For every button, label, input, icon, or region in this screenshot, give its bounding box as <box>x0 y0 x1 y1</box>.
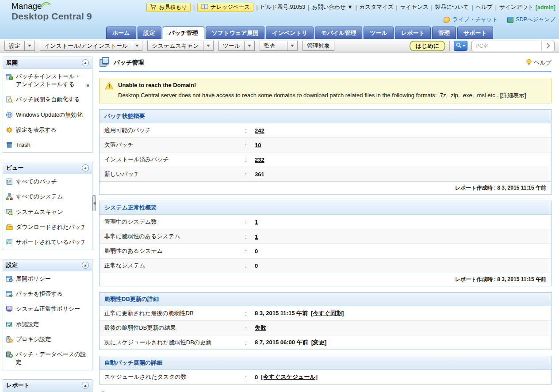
collapse-icon[interactable] <box>82 59 89 66</box>
table-row: 新しいパッチ : 361 <box>100 167 551 181</box>
next-scheduled-db-update: 8 7, 2015 06:00 午前 <box>255 339 308 346</box>
tab-admin[interactable]: 管理 <box>432 27 456 39</box>
sidebar-section-views-header[interactable]: ビュー <box>3 162 92 174</box>
page-title: パッチ管理 <box>114 59 522 67</box>
collapse-icon[interactable] <box>82 262 89 269</box>
table-row: 正常なシステム : 0 <box>100 258 551 273</box>
sidebar-item-decline-patch[interactable]: パッチを拒否する <box>3 286 92 301</box>
knowledge-base-button[interactable]: ナレッジベース <box>197 3 253 12</box>
toolbar-install-uninstall-dropdown[interactable] <box>132 41 142 51</box>
install-patch-icon <box>6 73 13 80</box>
separator: | <box>256 4 258 11</box>
missing-patches-count[interactable]: 10 <box>255 142 261 148</box>
tab-settings[interactable]: 設定 <box>138 27 161 39</box>
contact-menu[interactable]: お問い合わせ ▼ <box>312 4 353 11</box>
show-details-link[interactable]: [詳細表示] <box>500 92 526 99</box>
highly-vulnerable-systems-count[interactable]: 1 <box>255 233 258 240</box>
chevron-down-icon <box>248 45 251 47</box>
getting-started-button[interactable]: はじめに <box>410 41 445 51</box>
sidebar-collapse-handle[interactable] <box>92 195 96 211</box>
toolbar-tools-dropdown[interactable] <box>244 41 255 51</box>
sidebar-item-install-uninstall-patch[interactable]: パッチをインストール・アンインストールする » <box>3 69 92 92</box>
collapse-icon[interactable] <box>82 382 89 389</box>
customize-link[interactable]: カスタマイズ <box>360 4 394 11</box>
more-chevron-icon[interactable]: » <box>86 82 89 88</box>
sidebar-item-all-patches[interactable]: すべてのパッチ <box>3 174 92 189</box>
toolbar-system-scan-dropdown[interactable] <box>203 41 214 51</box>
section-title: 設定 <box>6 261 82 269</box>
tab-reports[interactable]: レポート <box>395 27 431 39</box>
sidebar-item-deployment-policy[interactable]: 展開ポリシー <box>3 271 92 286</box>
sidebar: 展開 パッチをインストール・アンインストールする » パッチ展開を自動化する W… <box>0 53 95 392</box>
sidebar-item-approval-settings[interactable]: 承認設定 <box>3 317 92 332</box>
sidebar-section-reports-header[interactable]: レポート <box>3 380 92 392</box>
license-link[interactable]: ライセンス <box>400 4 429 11</box>
last-db-update-result-link[interactable]: 失敗 <box>255 324 266 332</box>
tab-support[interactable]: サポート <box>457 27 493 39</box>
quote-button[interactable]: お見積もり <box>146 3 190 12</box>
section-header: 自動パッチ展開の詳細 <box>100 356 551 370</box>
signout-link[interactable]: サインアウト <box>499 4 533 11</box>
tab-mobile-management[interactable]: モバイル管理 <box>315 27 362 39</box>
chat-icon <box>444 17 450 23</box>
available-patches-count[interactable]: 242 <box>255 127 264 134</box>
sidebar-section-settings-header[interactable]: 設定 <box>3 259 92 271</box>
logo-manage: Manage <box>11 1 42 11</box>
chevron-left-icon <box>93 202 96 205</box>
search-scope-button[interactable] <box>454 41 467 51</box>
table-row: スケジュールされたタスクの数 : 0 [今すぐスケジュール] <box>100 370 551 384</box>
tab-software-deployment[interactable]: ソフトウェア展開 <box>206 27 265 39</box>
new-patches-count[interactable]: 361 <box>255 171 264 178</box>
tab-tools[interactable]: ツール <box>364 27 394 39</box>
sidebar-item-supported-patches[interactable]: サポートされているパッチ <box>3 235 92 250</box>
warning-title: Unable to reach the Domain! <box>118 82 526 88</box>
search-box <box>471 41 555 51</box>
sidebar-item-automate-patch-deployment[interactable]: パッチ展開を自動化する <box>3 92 92 107</box>
page-title-icon <box>99 57 110 69</box>
proxy-settings-icon <box>6 336 13 343</box>
about-product-link[interactable]: 製品について <box>435 4 469 11</box>
sidebar-item-proxy-settings[interactable]: プロキシ設定 <box>3 332 92 347</box>
sync-now-link[interactable]: [今すぐ同期] <box>311 309 344 317</box>
bulb-icon <box>526 59 532 67</box>
toolbar-managed-button[interactable]: 管理対象 <box>302 41 334 51</box>
tab-home[interactable]: ホーム <box>106 27 136 39</box>
toolbar-tools-button[interactable]: ツール <box>218 41 245 51</box>
toolbar-settings-button[interactable]: 設定 <box>4 41 25 51</box>
sidebar-section-settings: 設定 展開ポリシー パッチを拒否する システム正常性ポリシー 承認設定 <box>3 259 92 370</box>
installed-patches-count[interactable]: 232 <box>255 156 264 163</box>
sidebar-item-system-health-policy[interactable]: システム正常性ポリシー <box>3 301 92 316</box>
sidebar-item-system-scan[interactable]: システムスキャン <box>3 205 92 220</box>
collapse-icon[interactable] <box>82 164 89 171</box>
cart-icon <box>150 4 157 11</box>
schedule-now-link[interactable]: [今すぐスケジュール] <box>261 373 318 381</box>
search-input[interactable] <box>472 42 541 49</box>
managed-systems-count[interactable]: 1 <box>255 219 258 225</box>
sdp-jump-link[interactable]: SDPへジャンプ <box>507 16 555 23</box>
tab-inventory[interactable]: インベントリ <box>266 27 314 39</box>
table-row: 正常に更新された最後の脆弱性DB : 8 3, 2015 11:15 午前 [今… <box>100 306 551 320</box>
health-policy-icon <box>6 305 13 312</box>
toolbar-audit-dropdown[interactable] <box>287 41 298 51</box>
help-link-top[interactable]: ヘルプ <box>475 4 492 11</box>
section-title: レポート <box>6 381 82 389</box>
search-go-button[interactable] <box>541 41 554 51</box>
sidebar-item-trash[interactable]: Trash <box>3 137 92 152</box>
sidebar-item-view-settings[interactable]: 設定を表示する <box>3 122 92 137</box>
toolbar-audit-button[interactable]: 監査 <box>260 41 287 51</box>
toolbar-settings-dropdown[interactable] <box>24 41 35 51</box>
sidebar-item-downloaded-patches[interactable]: ダウンロードされたパッチ <box>3 220 92 235</box>
change-schedule-link[interactable]: [変更] <box>311 339 327 346</box>
table-row: 管理中のシステム数 : 1 <box>100 215 551 229</box>
tab-patch-management[interactable]: パッチ管理 <box>163 27 204 39</box>
live-chat-link[interactable]: ライブ・チャット <box>444 16 498 23</box>
sidebar-item-disable-windows-update[interactable]: Windows Updateの無効化 <box>3 107 92 122</box>
toolbar-system-scan-button[interactable]: システムスキャン <box>147 41 203 51</box>
chevron-down-icon <box>463 45 465 47</box>
sidebar-item-all-systems[interactable]: すべてのシステム <box>3 189 92 204</box>
help-link[interactable]: ヘルプ <box>526 59 551 67</box>
toolbar-install-uninstall-button[interactable]: インストール/アンインストール <box>40 41 132 51</box>
sidebar-item-patch-db-settings[interactable]: パッチ・データベースの設定 <box>3 347 92 370</box>
quote-label: お見積もり <box>159 4 187 11</box>
sidebar-section-deployment-header[interactable]: 展開 <box>3 57 92 69</box>
